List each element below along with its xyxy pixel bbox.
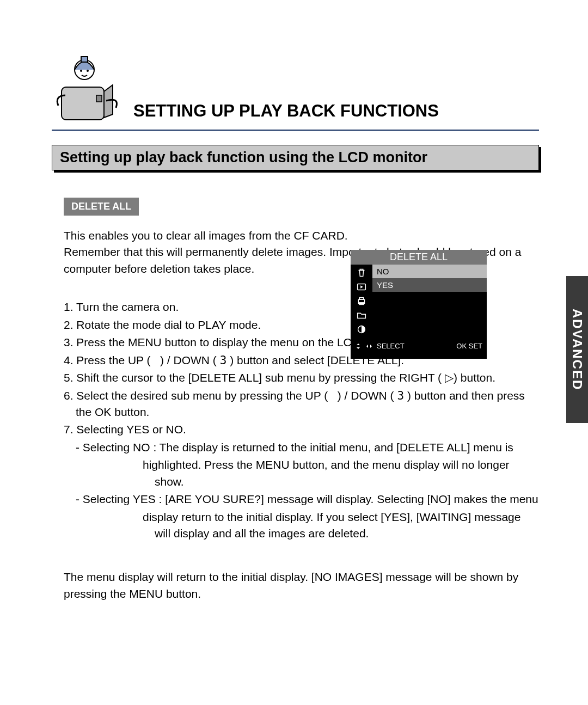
- closing-note: The menu display will return to the init…: [64, 569, 539, 602]
- contrast-icon: [356, 323, 367, 335]
- page-header: SETTING UP PLAY BACK FUNCTIONS: [52, 49, 539, 131]
- down-glyph: 3: [220, 354, 227, 367]
- lcd-icon-column: [351, 265, 372, 341]
- left-right-icon: [366, 343, 372, 350]
- lcd-footer: SELECT OK SET: [351, 341, 487, 352]
- lcd-option-no: NO: [372, 265, 487, 278]
- step-7-yes: - Selecting YES : [ARE YOU SURE?] messag…: [76, 491, 539, 507]
- intro-line-1: This enables you to clear all images fro…: [64, 229, 348, 242]
- svg-rect-8: [359, 298, 363, 300]
- step-7: 7. Selecting YES or NO.: [64, 421, 539, 438]
- page-title: SETTING UP PLAY BACK FUNCTIONS: [133, 101, 439, 121]
- svg-point-5: [87, 70, 89, 72]
- lcd-foot-ok: OK SET: [456, 342, 482, 350]
- svg-point-4: [80, 70, 82, 72]
- lcd-menu: NO YES: [372, 265, 487, 341]
- step-5: 5. Shift the cursor to the [DELETE ALL] …: [64, 370, 539, 386]
- up-down-icon: [355, 343, 362, 350]
- svg-rect-3: [81, 57, 88, 62]
- print-icon: [356, 295, 367, 307]
- step-6: 6. Select the desired sub menu by pressi…: [64, 388, 539, 421]
- svg-rect-1: [96, 95, 102, 102]
- folder-icon: [356, 309, 367, 321]
- step-7-yes-cont: display return to the initial display. I…: [143, 509, 539, 542]
- svg-rect-0: [62, 87, 104, 120]
- subsection-label: DELETE ALL: [64, 198, 139, 216]
- down-glyph: 3: [397, 389, 404, 402]
- section-title: Setting up play back function using the …: [52, 145, 539, 170]
- step-7-no-cont: highlighted. Press the MENU button, and …: [143, 457, 539, 490]
- lcd-foot-select: SELECT: [377, 342, 405, 350]
- play-icon: [356, 281, 367, 293]
- lcd-title: DELETE ALL: [351, 250, 487, 265]
- step-7-no: - Selecting NO : The display is returned…: [76, 439, 539, 456]
- side-tab-advanced: ADVANCED: [566, 276, 588, 423]
- right-icon: ▷: [445, 371, 454, 384]
- trash-icon: [356, 267, 367, 279]
- lcd-preview: DELETE ALL NO YES SELECT OK SET: [351, 250, 487, 359]
- mascot-illustration: [52, 49, 122, 131]
- lcd-option-yes: YES: [372, 278, 487, 292]
